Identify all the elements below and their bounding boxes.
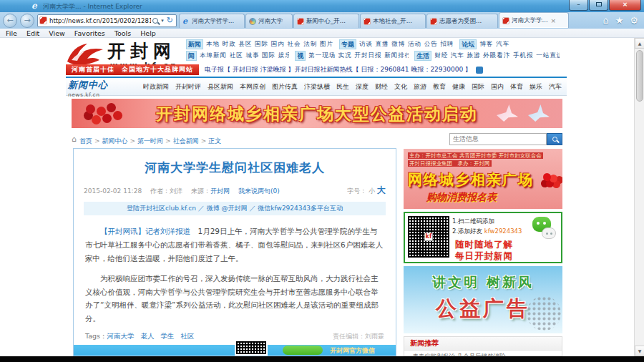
- epaper-more-icon[interactable]: [476, 67, 483, 74]
- ad-title: 网络城乡相亲广场: [408, 170, 558, 190]
- tab-5[interactable]: 志愿者为受困...: [426, 14, 498, 28]
- nav-tag-life[interactable]: 生活: [414, 51, 431, 61]
- nav-links[interactable]: 访谈 直播 微博 活动 公告 招聘: [359, 40, 454, 49]
- breadcrumb-row: ⌂ 首页>新闻中心>第一时间>社会新闻>正文: [72, 132, 562, 146]
- dropdown-caret-icon[interactable]: ▾: [161, 18, 164, 24]
- article-box: 河南大学学生慰问社区困难老人 2015-02-02 11:28 作者：刘洋 来源…: [73, 148, 396, 356]
- ie-favicon: e: [182, 18, 190, 25]
- article-body: 【开封网讯】记者刘洋报道 1月29日上午，河南大学哲学与公共管理学院的学生与市七…: [74, 225, 396, 326]
- scroll-down-icon[interactable]: ▼: [635, 346, 644, 356]
- menu-favorites[interactable]: Favorites: [74, 29, 105, 37]
- refresh-icon[interactable]: ↻: [167, 16, 173, 25]
- font-big-button[interactable]: 大: [377, 185, 386, 195]
- menu-tools[interactable]: Tools: [114, 29, 131, 37]
- maximize-button[interactable]: [589, 0, 608, 11]
- close-button[interactable]: ×: [609, 0, 641, 11]
- site-top-nav: 新闻 本地 时政 县区 国际 国内 社会 法制 图片 专题 访谈 直播 微博 活…: [186, 39, 565, 62]
- search-input[interactable]: [449, 133, 547, 145]
- news-recommend-item[interactable]: 青春痘能别乱治 几个月后悄然消除: [404, 351, 562, 356]
- comment-link[interactable]: 我来说两句(0): [238, 187, 280, 196]
- nav-links[interactable]: 本地 时政 县区 国际 国内 社会 法制 图片: [206, 40, 333, 49]
- site-logo-title[interactable]: 开封网: [107, 39, 176, 63]
- source-link[interactable]: 开封网: [210, 187, 230, 195]
- kf-favicon: [297, 18, 304, 25]
- wechat-slogan: 随时随地了解 每日开封新闻: [455, 239, 513, 263]
- favorites-star-icon[interactable]: ★: [615, 14, 624, 28]
- kf-favicon: [430, 18, 437, 25]
- home-crumb-icon[interactable]: ⌂: [72, 134, 77, 144]
- tab-4[interactable]: 本地社会_开...: [360, 14, 426, 28]
- bottom-black-strip: [0, 356, 644, 362]
- nav-links[interactable]: 本埠新闻 社区 城事 国际 娱乐: [200, 52, 289, 60]
- wechat-account: kfw2924343: [484, 228, 522, 235]
- menu-file[interactable]: File: [6, 29, 17, 37]
- public-service-ad[interactable]: 讲文明 树新风 公益广告: [404, 266, 562, 333]
- tab-close-icon[interactable]: ×: [551, 17, 557, 24]
- scroll-up-icon[interactable]: ▲: [635, 38, 644, 49]
- scrollbar-thumb[interactable]: [636, 50, 643, 102]
- nav-tag-video[interactable]: 视: [295, 51, 306, 61]
- crumb-newscenter[interactable]: 新闻中心: [102, 137, 128, 145]
- settings-gear-icon[interactable]: ⚙: [630, 14, 638, 28]
- minimize-button[interactable]: –: [569, 0, 588, 11]
- address-bar[interactable]: http://news.kf.cn/2015/0202/128145.sh ▾ …: [37, 14, 177, 27]
- crumb-society[interactable]: 社会新闻: [173, 137, 199, 145]
- wechat-promo-label: 开封网官方微信: [330, 346, 375, 356]
- article-meta: 2015-02-02 11:28 作者：刘洋 来源：开封网 我来说两句(0) 字…: [84, 185, 386, 197]
- search-icon[interactable]: [152, 18, 158, 24]
- tab-6-active[interactable]: 河南大学学... ×: [499, 12, 569, 28]
- forward-button[interactable]: →: [20, 14, 34, 28]
- tag-link[interactable]: 社区: [181, 332, 195, 341]
- nav-tag-news[interactable]: 新闻: [186, 39, 203, 49]
- news-center-menu[interactable]: 时政新闻 开封时评 县区新闻 本网原创 图片传真 汴梁纵横 民生 深度 财经 文…: [143, 78, 564, 96]
- nav-links[interactable]: 第一现场 实况 开封日报 新闻排行: [308, 52, 409, 60]
- matchmaking-ad[interactable]: 主办：开封市总工会 共青团开封市委 开封市妇女联合会 开封日报报业集团 承办：开…: [404, 149, 562, 209]
- page-scrollbar[interactable]: ▲ ▼: [634, 38, 644, 356]
- menu-view[interactable]: View: [49, 29, 65, 37]
- nav-tag-local[interactable]: 闻: [186, 51, 197, 61]
- award-badge: 河南首届十佳 全国地方十大品牌网站: [66, 64, 199, 75]
- ad-host-line: 开封日报报业集团 承办：开封网: [408, 160, 492, 167]
- news-recommend-box: 新闻推荐 青春痘能别乱治 几个月后悄然消除: [404, 336, 562, 356]
- tab-1[interactable]: e 河南大学哲学...: [179, 14, 245, 28]
- tab-3[interactable]: 新闻中心_开...: [293, 14, 359, 28]
- window-title: 河南大学学... - Internet Explorer: [43, 2, 142, 11]
- crumb-firsttime[interactable]: 第一时间: [137, 137, 163, 145]
- url-text[interactable]: http://news.kf.cn/2015/0202/128145.sh: [49, 17, 151, 24]
- crumb-home[interactable]: 首页: [79, 137, 92, 145]
- menu-help[interactable]: Help: [140, 29, 156, 37]
- psa-slogan: 讲文明 树新风: [404, 273, 562, 292]
- crumb-current: 正文: [208, 137, 221, 145]
- paragraph-2: 为积极响应团市委工作的号召，深入发扬传统一脉的互帮互助风尚，大力践行社会主义核心…: [85, 272, 384, 326]
- nav-tag-special[interactable]: 专题: [339, 39, 356, 49]
- article-date: 2015-02-02 11:28: [84, 187, 142, 195]
- tag-link[interactable]: 学生: [161, 332, 175, 341]
- kf-favicon: [364, 18, 371, 25]
- wechat-promo-bar[interactable]: 开封网官方微信: [74, 345, 396, 356]
- sidebar: 主办：开封市总工会 共青团开封市委 开封市妇女联合会 开封日报报业集团 承办：开…: [404, 148, 562, 356]
- wechat-follow-box[interactable]: kf 1.扫二维码添加 2.添加好友 kfw2924343 随时随地了解 每日开…: [404, 212, 562, 263]
- news-center-logo[interactable]: 新闻中心 news.kf.cn: [68, 79, 108, 98]
- menu-bar: File Edit View Favorites Tools Help: [0, 29, 644, 38]
- paragraph-1: 【开封网讯】记者刘洋报道 1月29日上午，河南大学哲学与公共管理学院的学生与市七…: [85, 225, 384, 265]
- ad-organizer-line: 主办：开封市总工会 共青团开封市委 开封市妇女联合会: [408, 152, 543, 159]
- back-button[interactable]: ←: [3, 14, 17, 28]
- nav-links[interactable]: 博客 汽车: [479, 40, 509, 49]
- tab-2[interactable]: 河南大学: [245, 14, 293, 28]
- community-links-bar[interactable]: 登陆开封社区club.kf.cn ／ 微博 @开封网 ／ 微信kfw292434…: [84, 202, 386, 215]
- font-small-button[interactable]: 小: [369, 187, 375, 195]
- ad-subtitle: 购物消费报名表: [426, 191, 558, 204]
- tag-link[interactable]: 老人: [141, 332, 155, 341]
- site-badge-row: 河南首届十佳 全国地方十大品牌网站 电子报【 开封日报 汴梁晚报 】开封日报社新…: [66, 64, 567, 75]
- nav-tag-forum[interactable]: 论坛: [459, 39, 477, 49]
- menu-edit[interactable]: Edit: [26, 29, 39, 37]
- event-banner[interactable]: 开封网络城乡相亲广场大型公益活动启动: [72, 99, 562, 128]
- editor-credit: 责任编辑：刘雨霖: [333, 332, 384, 341]
- wechat-instructions: 1.扫二维码添加 2.添加好友 kfw2924343: [452, 217, 522, 236]
- tag-link[interactable]: 河南大学: [107, 332, 135, 341]
- home-icon[interactable]: ⌂: [602, 14, 608, 28]
- search-icon: [552, 137, 557, 142]
- nav-links[interactable]: 财经 汽车 旅游 外眼看汴 手机报 一站直达: [434, 52, 560, 60]
- kf-favicon: [502, 17, 509, 24]
- search-button[interactable]: [547, 133, 562, 145]
